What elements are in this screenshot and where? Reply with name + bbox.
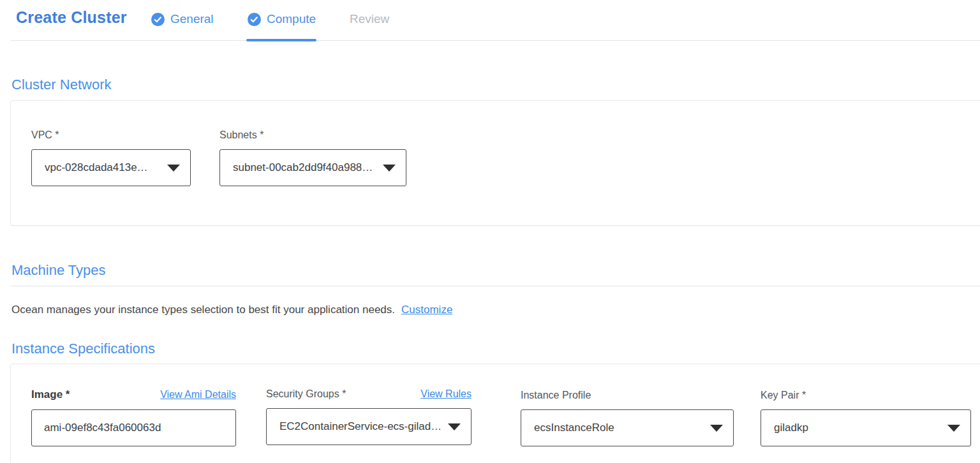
header-divider (11, 40, 980, 41)
vpc-selected-value: vpc-028cdada413e… (45, 161, 148, 174)
caret-down-icon (947, 425, 960, 432)
check-circle-icon (248, 13, 261, 26)
caret-down-icon (167, 165, 180, 172)
key-pair-field: Key Pair * giladkp (761, 390, 971, 446)
instance-profile-select[interactable]: ecsInstanceRole (521, 409, 734, 446)
instance-specifications-card: Image * View Ami Details Security Groups… (10, 364, 980, 463)
machine-types-description-text: Ocean manages your instance types select… (11, 304, 395, 316)
caret-down-icon (383, 165, 396, 172)
machine-types-divider (10, 286, 980, 286)
subnets-field: Subnets * subnet-00cab2dd9f40a988… (219, 129, 406, 186)
subnets-selected-value: subnet-00cab2dd9f40a988… (233, 161, 373, 174)
view-rules-link[interactable]: View Rules (420, 388, 471, 400)
instance-profile-selected-value: ecsInstanceRole (534, 422, 614, 434)
security-groups-label: Security Groups * (266, 388, 346, 400)
cluster-network-heading: Cluster Network (11, 77, 111, 93)
customize-link[interactable]: Customize (401, 304, 452, 316)
tab-review-label: Review (350, 12, 389, 26)
image-field: Image * View Ami Details (31, 388, 236, 446)
machine-types-description: Ocean manages your instance types select… (11, 304, 452, 316)
key-pair-label: Key Pair * (761, 390, 971, 401)
check-circle-icon (151, 13, 165, 26)
vpc-field: VPC * vpc-028cdada413e… (31, 129, 191, 186)
tab-general[interactable]: General (151, 10, 214, 28)
instance-specifications-heading: Instance Specifications (11, 341, 155, 357)
active-tab-indicator (246, 39, 316, 41)
subnets-label: Subnets * (219, 129, 406, 141)
key-pair-select[interactable]: giladkp (761, 409, 971, 446)
tab-compute-label: Compute (267, 12, 316, 26)
security-groups-selected-value: EC2ContainerService-ecs-gilad… (279, 420, 440, 433)
security-groups-select[interactable]: EC2ContainerService-ecs-gilad… (266, 408, 471, 445)
subnets-select[interactable]: subnet-00cab2dd9f40a988… (219, 149, 406, 186)
image-label: Image * (31, 388, 70, 401)
machine-types-heading: Machine Types (11, 262, 106, 279)
page-title: Create Cluster (16, 8, 127, 27)
tab-general-label: General (170, 12, 214, 26)
key-pair-selected-value: giladkp (774, 422, 808, 434)
security-groups-field: Security Groups * View Rules EC2Containe… (266, 388, 471, 445)
tab-compute[interactable]: Compute (248, 10, 316, 28)
vpc-label: VPC * (31, 129, 191, 141)
tab-review[interactable]: Review (350, 10, 389, 28)
caret-down-icon (710, 425, 723, 432)
instance-profile-field: Instance Profile ecsInstanceRole (521, 390, 734, 446)
cluster-network-card: VPC * vpc-028cdada413e… Subnets * subnet… (10, 100, 980, 226)
image-input[interactable] (31, 409, 236, 446)
view-ami-details-link[interactable]: View Ami Details (160, 389, 236, 401)
instance-profile-label: Instance Profile (521, 390, 734, 401)
caret-down-icon (448, 423, 461, 430)
vpc-select[interactable]: vpc-028cdada413e… (31, 149, 191, 186)
